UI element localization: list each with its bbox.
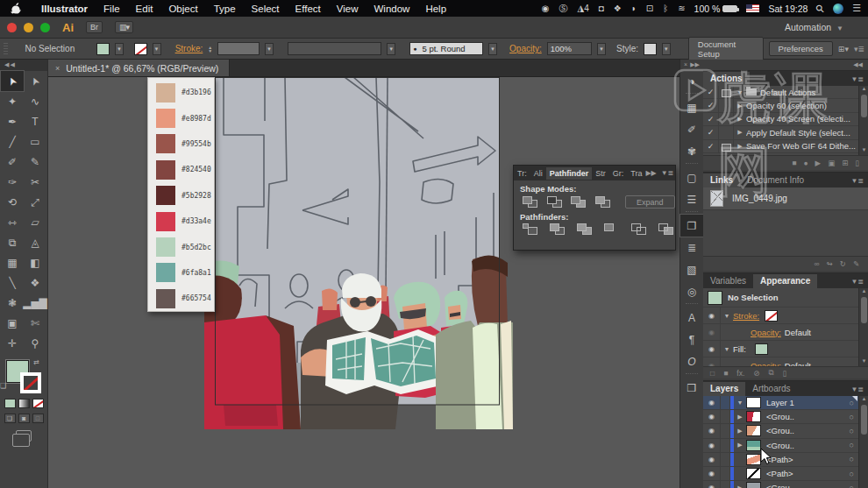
duplicate-icon[interactable]: ⧉: [768, 368, 773, 378]
tab-actions[interactable]: Actions: [703, 72, 750, 86]
chevron-down-icon[interactable]: ▼: [721, 313, 733, 319]
scroll-down-icon[interactable]: ▼: [859, 358, 868, 366]
record-icon[interactable]: ◉: [542, 4, 550, 13]
document-tab[interactable]: × Untitled-1* @ 66,67% (RGB/Preview): [48, 60, 230, 76]
character-panel-icon[interactable]: A: [680, 307, 703, 329]
target-circle-icon[interactable]: ○: [850, 399, 854, 407]
menu-item-edit[interactable]: Edit: [128, 4, 161, 14]
align-panel-icon[interactable]: ☰: [680, 188, 703, 210]
panel-menu-icon[interactable]: ▼≣: [846, 278, 868, 288]
screen-mode-button[interactable]: [16, 430, 32, 442]
expand-button[interactable]: Expand: [625, 195, 675, 209]
action-row[interactable]: ✓▶Apply Default Style (select...: [703, 126, 868, 139]
skype-icon[interactable]: Ⓢ: [559, 3, 567, 15]
target-circle-icon[interactable]: ○: [850, 484, 854, 488]
stroke-color-dropdown[interactable]: ▼: [153, 43, 161, 55]
swatch-chip[interactable]: [156, 83, 175, 103]
link-item[interactable]: IMG_0449.jpg: [703, 187, 868, 210]
fill-color-dropdown[interactable]: ▼: [115, 43, 124, 55]
swatch-chip[interactable]: [156, 289, 175, 308]
chevron-down-icon[interactable]: ▼: [721, 346, 733, 352]
checkbox-icon[interactable]: ✓: [703, 126, 719, 138]
magic-wand-tool[interactable]: ✦: [1, 91, 24, 111]
appearance-fill-row[interactable]: ◉ ▼ Fill:: [703, 341, 868, 357]
minimize-window-button[interactable]: [24, 23, 33, 32]
dialog-toggle-icon[interactable]: [719, 126, 734, 138]
checkbox-icon[interactable]: ✓: [703, 99, 719, 111]
go-to-bridge-button[interactable]: Br: [86, 21, 103, 33]
chevron-right-icon[interactable]: ▶: [734, 143, 746, 150]
opacity-link[interactable]: Opacity:: [751, 361, 781, 367]
checkbox-icon[interactable]: ✓: [703, 86, 719, 98]
blend-tool[interactable]: ❖: [24, 272, 46, 293]
clear-appearance-icon[interactable]: ⊘: [753, 369, 759, 378]
target-circle-icon[interactable]: ○: [850, 427, 854, 435]
swatch-row[interactable]: #6fa8a1: [156, 260, 214, 286]
free-transform-tool[interactable]: ▱: [24, 212, 46, 232]
target-circle-icon[interactable]: ○: [850, 455, 854, 463]
spotlight-icon[interactable]: ⚲: [814, 1, 828, 15]
draw-behind-button[interactable]: ◙: [18, 414, 30, 423]
lock-column[interactable]: [721, 467, 730, 480]
lock-column[interactable]: [721, 453, 730, 466]
zoom-tool[interactable]: ⚲: [24, 333, 46, 353]
go-to-link-icon[interactable]: ↬: [827, 259, 833, 268]
checkbox-icon[interactable]: ✓: [703, 140, 719, 152]
zoom-window-button[interactable]: [40, 23, 50, 32]
swatch-chip[interactable]: [156, 160, 175, 180]
input-language-flag[interactable]: [746, 4, 759, 12]
chevron-right-icon[interactable]: ▶: [734, 442, 746, 449]
scroll-up-icon[interactable]: ▲: [859, 86, 868, 94]
stroke-weight-stepper[interactable]: ▲▼: [208, 46, 212, 53]
evernote-icon[interactable]: ◗: [631, 4, 637, 13]
chevron-down-icon[interactable]: ▼: [734, 89, 746, 95]
align-options-icon[interactable]: ⊞▾: [838, 45, 849, 53]
trash-icon[interactable]: ▯: [855, 159, 859, 167]
notification-center-icon[interactable]: ☰: [852, 3, 861, 14]
pathfinder-panel-icon[interactable]: ❐: [680, 215, 703, 237]
swatch-chip[interactable]: [156, 186, 175, 205]
color-guide-panel-icon[interactable]: ✾: [680, 140, 703, 162]
appearance-fill-opacity-row[interactable]: ◉ Opacity: Default: [703, 357, 868, 366]
trim-button[interactable]: [550, 223, 566, 236]
line-tool[interactable]: ╱: [1, 131, 24, 152]
panel-menu-icon[interactable]: ▼≣: [661, 169, 674, 177]
action-row[interactable]: ✓▶Opacity 60 (selection): [703, 99, 868, 112]
shield-icon[interactable]: ◘: [599, 4, 604, 13]
menu-item-view[interactable]: View: [329, 4, 366, 14]
gradient-panel-icon[interactable]: ▧: [680, 258, 703, 280]
layer-row[interactable]: ◉<Path>○: [703, 467, 868, 481]
trash-icon[interactable]: ▯: [782, 369, 786, 378]
target-circle-icon[interactable]: ○: [850, 441, 854, 449]
shape-builder-tool[interactable]: ⧉: [1, 232, 24, 252]
chevron-right-icon[interactable]: ▶: [734, 129, 746, 136]
pen-tool[interactable]: ✒: [1, 111, 24, 131]
shaper-tool[interactable]: ✑: [1, 172, 24, 192]
eye-icon[interactable]: ◉: [703, 439, 721, 452]
swatch-chip[interactable]: [156, 212, 175, 231]
eye-icon[interactable]: ◉: [703, 357, 721, 366]
style-dropdown[interactable]: ▼: [662, 43, 671, 55]
stop-icon[interactable]: ■: [792, 159, 796, 167]
chevron-right-icon[interactable]: ▶: [734, 414, 746, 421]
layer-row[interactable]: ◉▶<Grou..○: [703, 439, 868, 453]
paintbrush-tool[interactable]: ✐: [1, 152, 24, 172]
target-circle-icon[interactable]: ○: [850, 413, 854, 421]
crop-button[interactable]: [604, 223, 620, 236]
lock-column[interactable]: [721, 396, 730, 409]
tab-ali[interactable]: Ali: [530, 167, 546, 180]
lock-column[interactable]: [721, 439, 730, 452]
direct-selection-tool[interactable]: ➤: [24, 71, 46, 91]
wifi-icon[interactable]: ≋: [678, 4, 685, 13]
action-row[interactable]: ✓▶Save For Web GIF 64 Dithe...: [703, 140, 868, 153]
gradient-tool[interactable]: ◧: [24, 252, 46, 272]
gradient-mode-button[interactable]: [18, 399, 30, 408]
minus-back-button[interactable]: [658, 223, 674, 236]
opacity-dropdown[interactable]: ▼: [597, 43, 606, 55]
bluetooth-icon[interactable]: ᛒ: [663, 4, 668, 13]
symbol-sprayer-tool[interactable]: ❃: [1, 293, 24, 313]
lock-column[interactable]: [721, 481, 730, 488]
swatch-chip[interactable]: [156, 134, 175, 153]
variable-width-profile[interactable]: [288, 42, 381, 55]
scale-tool[interactable]: ⤢: [24, 192, 46, 212]
